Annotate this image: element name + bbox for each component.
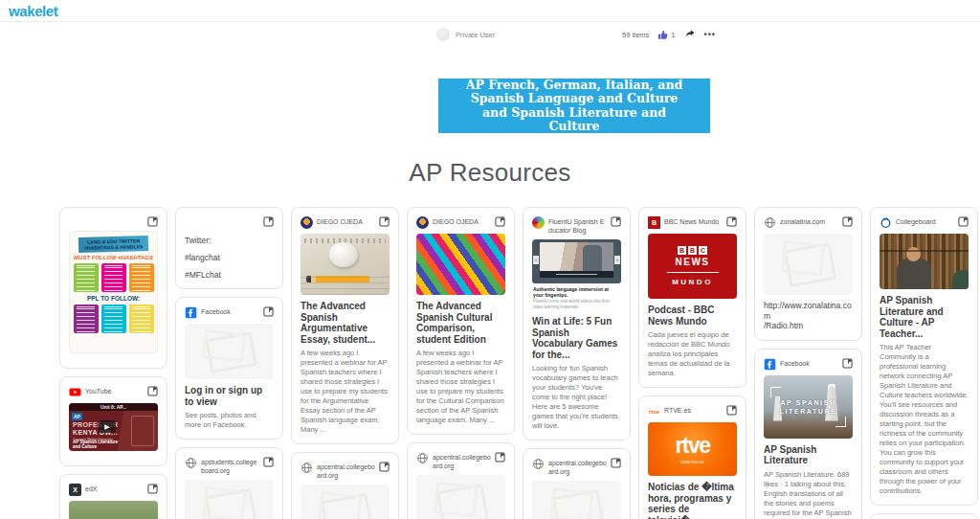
fluentu-games-card[interactable]: FluentU Spanish Educator Blog‹›Authentic… [523, 207, 631, 440]
top-nav-bar: wakelet [0, 0, 980, 22]
masonry-column: LANG & EDU TWITTER#HASHTAGS & HANDLESMUS… [59, 207, 167, 519]
thumbs-up-icon [657, 30, 668, 40]
rtve-news-card[interactable]: rtveRTVE.esrtvewww.rtve.esNoticias de �l… [638, 395, 746, 519]
poster-must-follow-text: MUST FOLLOW #HASHTAGS [74, 255, 153, 260]
windmill-image: AP SPANISHLITERATURE [764, 375, 853, 439]
card-source: apcentral.collegeboard.org [317, 462, 375, 480]
card-description: A few weeks ago I presented a webinar fo… [416, 349, 505, 425]
card-link-text[interactable]: http://www.zonalatina.com /Radio.htm [764, 301, 853, 331]
card-description: Looking for fun Spanish vocabulary games… [532, 364, 621, 431]
card-description: This AP Teacher Community is a professio… [880, 343, 969, 496]
rtve-icon: rtve [648, 405, 660, 417]
masonry-column: DIEGO OJEDAThe Advanced Spanish Argument… [291, 207, 399, 519]
card-header [185, 216, 274, 228]
card-title: AP Spanish Literature and Culture - AP T… [880, 295, 969, 339]
placeholder-watermark [205, 488, 257, 519]
facebook-apspanlit-card[interactable]: FacebookAP SPANISHLITERATUREAP Spanish L… [754, 349, 862, 519]
crumpled-paper [329, 242, 358, 267]
globe-icon [764, 216, 776, 229]
card-source: edX [85, 484, 144, 493]
apcentral-german-card[interactable]: apcentral.collegeboard.orghttps://apcent… [523, 448, 631, 519]
card-title: AP Spanish Literature [764, 444, 853, 466]
external-link-icon[interactable] [263, 216, 274, 227]
share-button[interactable] [684, 26, 696, 43]
person-figure [897, 259, 931, 289]
apcentral-chinese-card[interactable]: apcentral.collegeboard.orghttps://apcent… [407, 442, 515, 519]
external-link-icon[interactable] [495, 452, 505, 463]
collection-owner[interactable]: Private User [436, 28, 495, 41]
card-source: apcentral.collegeboard.org [433, 452, 491, 470]
external-link-icon[interactable] [147, 216, 158, 227]
diego-essay-card[interactable]: DIEGO OJEDAThe Advanced Spanish Argument… [291, 207, 399, 444]
card-title: Win at Life: 5 Fun Spanish Vocabulary Ga… [532, 316, 621, 360]
globe-icon [301, 462, 313, 474]
card-header: apcentral.collegeboard.org [416, 452, 505, 470]
rtve-url-text: www.rtve.es [680, 460, 703, 464]
items-count: 59 items [622, 31, 649, 39]
external-link-icon[interactable] [147, 386, 158, 396]
section-title: AP Resources [0, 158, 980, 188]
external-link-icon[interactable] [263, 457, 274, 467]
edx-course-card[interactable]: XedX [59, 474, 167, 519]
apcentral-italian-card[interactable]: apcentral.collegeboard.orghttps://apcent… [291, 452, 399, 519]
globe-icon [532, 458, 545, 470]
divider [667, 272, 719, 273]
card-header: DIEGO OJEDA [416, 216, 505, 229]
card-title: Log in or sign up to view [185, 385, 274, 407]
text-line: #MFLchat [185, 270, 274, 280]
diego-cultural-card[interactable]: DIEGO OJEDAThe Advanced Spanish Cultural… [407, 207, 515, 435]
youtube-image: Unit 8: AP...APPROFESSORKENYA DW...Carne… [69, 403, 158, 451]
more-options-button[interactable]: ••• [704, 31, 716, 39]
colorful-image [416, 234, 505, 295]
card-description: See posts, photos and more on Facebook. [185, 411, 274, 430]
external-link-icon[interactable] [147, 484, 158, 494]
prev-arrow-icon[interactable]: ‹ [533, 256, 539, 264]
video-caption-bar [540, 271, 613, 278]
bbc-podcast-card[interactable]: BBBC News MundoBBCNEWSMUNDOPodcast - BBC… [638, 207, 746, 388]
avatar[interactable] [436, 28, 450, 41]
like-button[interactable]: 1 [657, 30, 675, 40]
external-link-icon[interactable] [495, 216, 505, 227]
masonry-column: DIEGO OJEDAThe Advanced Spanish Cultural… [407, 207, 515, 519]
external-link-icon[interactable] [611, 458, 621, 468]
globe-icon [416, 452, 429, 464]
card-header: DIEGO OJEDA [301, 216, 390, 229]
external-link-icon[interactable] [842, 358, 853, 369]
apstudents-link-card[interactable]: apstudents.collegeboard.org [175, 447, 283, 519]
external-link-icon[interactable] [958, 216, 969, 227]
wakelet-collection-page: wakelet Private User 59 items 1 ••• AP F… [0, 0, 980, 519]
collegeboard-community-card[interactable]: CollegeboardAP Spanish Literature and Cu… [870, 207, 978, 506]
apcentral-extra-card[interactable]: apcentral.collegeboard.org [870, 513, 978, 519]
wakelet-logo[interactable]: wakelet [9, 3, 57, 19]
card-source: DIEGO OJEDA [433, 216, 491, 226]
tagline-text: Authentic language immersion at your fin… [533, 286, 620, 298]
color-block [74, 305, 99, 333]
facebook-login-card[interactable]: FacebookLog in or sign up to viewSee pos… [175, 297, 283, 440]
card-source: DIEGO OJEDA [317, 216, 375, 226]
color-block [101, 263, 126, 292]
external-link-icon[interactable] [611, 216, 621, 227]
owner-name: Private User [456, 31, 495, 39]
youtube-video-card[interactable]: YouTubeUnit 8: AP...APPROFESSORKENYA DW.… [59, 376, 167, 466]
external-link-icon[interactable] [726, 405, 737, 416]
external-link-icon[interactable] [263, 306, 274, 317]
twitter-note-card[interactable]: Twitter:#langchat#MFLchat [175, 207, 283, 289]
rtve-image: rtvewww.rtve.es [648, 422, 737, 476]
overlay-line: AP SPANISH [780, 398, 835, 407]
zonalatina-link-card[interactable]: zonalatina.comhttp://www.zonalatina.com … [754, 207, 862, 341]
play-button-icon[interactable]: ▶ [99, 420, 116, 433]
external-link-icon[interactable] [842, 216, 853, 227]
card-header: Facebook [185, 306, 274, 319]
external-link-icon[interactable] [726, 216, 737, 227]
next-arrow-icon[interactable]: › [614, 256, 620, 264]
image-overlay-text: AP SPANISHLITERATURE [764, 375, 853, 439]
external-link-icon[interactable] [379, 216, 390, 227]
card-header: rtveRTVE.es [648, 405, 737, 417]
external-link-icon[interactable] [379, 462, 390, 472]
diego-icon [416, 216, 429, 229]
poster-ppl-follow-text: PPL TO FOLLOW: [87, 295, 140, 302]
bbc-logo-letter: B [678, 246, 686, 255]
card-source: apstudents.collegeboard.org [201, 457, 259, 475]
hashtag-poster-card[interactable]: LANG & EDU TWITTER#HASHTAGS & HANDLESMUS… [59, 207, 167, 369]
placeholder-watermark [436, 484, 489, 519]
